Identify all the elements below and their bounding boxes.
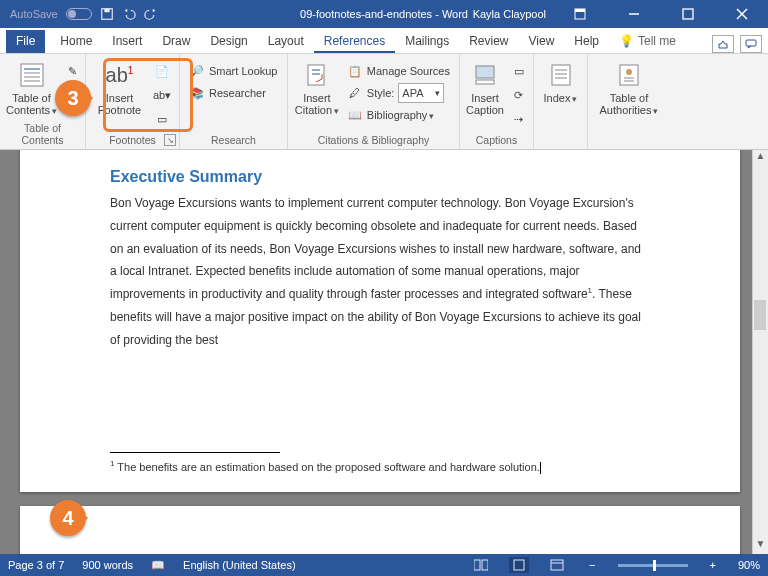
scroll-thumb[interactable] (754, 300, 766, 330)
citation-icon (302, 60, 332, 90)
document-area: Executive Summary Bon Voyage Excursions … (0, 150, 768, 554)
comments-button[interactable] (740, 35, 762, 53)
minimize-button[interactable] (614, 0, 654, 28)
tab-view[interactable]: View (519, 30, 565, 53)
footnote-icon: ab1 (105, 60, 135, 90)
caption-opt3[interactable]: ⇢ (508, 108, 530, 130)
status-language[interactable]: English (United States) (183, 559, 296, 571)
doc-heading: Executive Summary (110, 168, 650, 186)
autosave-label: AutoSave (10, 8, 58, 20)
document-page[interactable]: Executive Summary Bon Voyage Excursions … (20, 150, 740, 492)
tab-draw[interactable]: Draw (152, 30, 200, 53)
share-button[interactable] (712, 35, 734, 53)
caption-opt1[interactable]: ▭ (508, 60, 530, 82)
footnotes-dialog-launcher[interactable]: ↘ (164, 134, 176, 146)
table-of-contents-button[interactable]: Table of Contents (6, 58, 57, 120)
table-of-authorities-button[interactable]: Table of Authorities (594, 58, 664, 132)
doc-body: Bon Voyage Excursions wants to implement… (110, 192, 650, 352)
svg-rect-26 (482, 560, 488, 570)
group-index-label (540, 132, 581, 149)
status-proofing-icon[interactable]: 📖 (151, 559, 165, 572)
smart-lookup-button[interactable]: 🔎Smart Lookup (186, 60, 281, 82)
zoom-out[interactable]: − (585, 559, 599, 571)
index-label: Index (544, 92, 578, 105)
redo-icon[interactable] (144, 7, 158, 21)
manage-sources-icon: 📋 (347, 63, 363, 79)
add-text-button[interactable]: ✎ (61, 60, 83, 82)
svg-rect-3 (575, 9, 585, 12)
next-footnote-button[interactable]: ab▾ (151, 84, 173, 106)
bulb-icon: 💡 (619, 34, 634, 48)
svg-rect-28 (551, 560, 563, 570)
svg-point-22 (626, 69, 632, 75)
view-print-layout[interactable] (509, 557, 529, 573)
tab-help[interactable]: Help (564, 30, 609, 53)
insert-footnote-label: Insert Footnote (98, 92, 141, 116)
svg-rect-17 (552, 65, 570, 85)
view-read-mode[interactable] (471, 557, 491, 573)
toa-icon (614, 60, 644, 90)
scroll-down-arrow[interactable]: ▼ (753, 538, 768, 554)
tab-review[interactable]: Review (459, 30, 518, 53)
caption-opt2[interactable]: ⟳ (508, 84, 530, 106)
tab-references[interactable]: References (314, 30, 395, 53)
tab-home[interactable]: Home (50, 30, 102, 53)
index-button[interactable]: Index (540, 58, 581, 132)
undo-icon[interactable] (122, 7, 136, 21)
add-text-icon: ✎ (64, 63, 80, 79)
insert-citation-label: Insert Citation (295, 92, 339, 117)
tell-me-label: Tell me (638, 34, 676, 48)
show-notes-button[interactable]: ▭ (151, 108, 173, 130)
scroll-up-arrow[interactable]: ▲ (753, 150, 768, 166)
svg-rect-27 (514, 560, 524, 570)
manage-sources-button[interactable]: 📋Manage Sources (344, 60, 453, 82)
group-toa-label (594, 132, 664, 149)
zoom-level[interactable]: 90% (738, 559, 760, 571)
insert-caption-label: Insert Caption (466, 92, 504, 116)
svg-rect-8 (746, 40, 756, 46)
zoom-slider[interactable] (618, 564, 688, 567)
style-label: Style: (367, 87, 395, 99)
view-web-layout[interactable] (547, 557, 567, 573)
footnote-text[interactable]: 1 The benefits are an estimation based o… (110, 459, 650, 474)
bibliography-button[interactable]: 📖Bibliography (344, 104, 453, 126)
show-notes-icon: ▭ (154, 111, 170, 127)
tab-design[interactable]: Design (200, 30, 257, 53)
ribbon-options-icon[interactable] (560, 0, 600, 28)
maximize-button[interactable] (668, 0, 708, 28)
style-dropdown[interactable]: APA▾ (398, 83, 444, 103)
tab-insert[interactable]: Insert (102, 30, 152, 53)
svg-rect-15 (476, 66, 494, 78)
researcher-button[interactable]: 📚Researcher (186, 82, 281, 104)
manage-sources-label: Manage Sources (367, 65, 450, 77)
scrollbar-vertical[interactable]: ▲ ▼ (752, 150, 768, 554)
doc-para-main: Bon Voyage Excursions wants to implement… (110, 196, 641, 301)
researcher-icon: 📚 (189, 85, 205, 101)
insert-citation-button[interactable]: Insert Citation (294, 58, 340, 132)
insert-caption-button[interactable]: Insert Caption (466, 58, 504, 132)
document-next-page[interactable] (20, 506, 740, 554)
tab-file[interactable]: File (6, 30, 45, 53)
tell-me[interactable]: 💡 Tell me (609, 30, 686, 53)
save-icon[interactable] (100, 7, 114, 21)
svg-rect-9 (21, 64, 43, 86)
footnote-body: The benefits are an estimation based on … (114, 461, 539, 473)
svg-rect-1 (104, 9, 109, 13)
tab-mailings[interactable]: Mailings (395, 30, 459, 53)
tab-layout[interactable]: Layout (258, 30, 314, 53)
insert-endnote-button[interactable]: 📄 (151, 60, 173, 82)
zoom-in[interactable]: + (706, 559, 720, 571)
smart-lookup-icon: 🔎 (189, 63, 205, 79)
close-button[interactable] (722, 0, 762, 28)
status-page[interactable]: Page 3 of 7 (8, 559, 64, 571)
autosave-toggle[interactable] (66, 8, 92, 20)
bibliography-icon: 📖 (347, 107, 363, 123)
group-citations-label: Citations & Bibliography (294, 132, 453, 149)
text-cursor (540, 462, 541, 474)
status-words[interactable]: 900 words (82, 559, 133, 571)
toc-icon (17, 60, 47, 90)
footnote-separator (110, 452, 280, 453)
style-value: APA (402, 87, 423, 99)
ribbon-tabs: File Home Insert Draw Design Layout Refe… (0, 28, 768, 54)
next-footnote-icon: ab▾ (154, 87, 170, 103)
